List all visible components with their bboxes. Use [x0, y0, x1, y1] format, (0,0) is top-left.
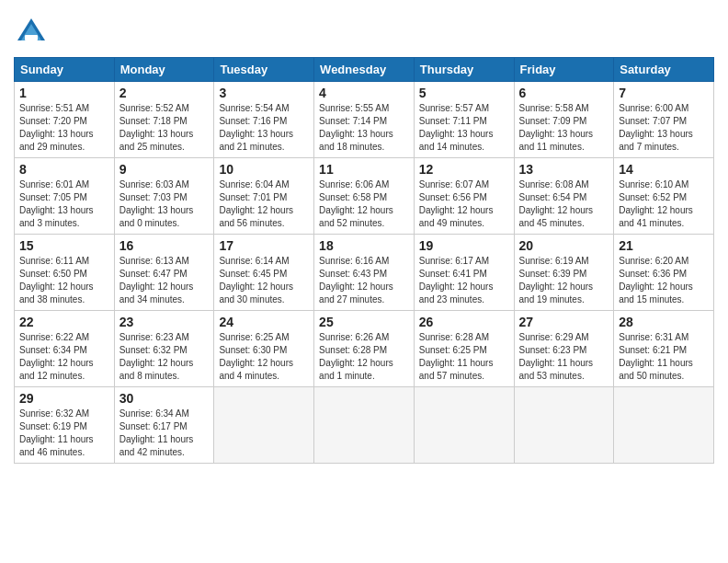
sunrise-label: Sunrise: 6:10 AM: [619, 179, 688, 190]
calendar-cell: 19 Sunrise: 6:17 AM Sunset: 6:41 PM Dayl…: [414, 235, 514, 311]
day-info: Sunrise: 6:25 AM Sunset: 6:30 PM Dayligh…: [219, 331, 309, 383]
daylight-label: Daylight: 12 hours and 19 minutes.: [519, 282, 594, 304]
day-number: 23: [119, 315, 210, 329]
logo: [14, 15, 52, 50]
day-info: Sunrise: 6:07 AM Sunset: 6:56 PM Dayligh…: [419, 178, 509, 230]
calendar-cell: 26 Sunrise: 6:28 AM Sunset: 6:25 PM Dayl…: [414, 311, 514, 387]
daylight-label: Daylight: 13 hours and 18 minutes.: [319, 129, 393, 152]
day-number: 3: [219, 86, 309, 100]
day-info: Sunrise: 6:08 AM Sunset: 6:54 PM Dayligh…: [519, 178, 609, 230]
day-info: Sunrise: 5:55 AM Sunset: 7:14 PM Dayligh…: [319, 102, 409, 154]
day-number: 10: [219, 162, 309, 177]
calendar-cell: 1 Sunrise: 5:51 AM Sunset: 7:20 PM Dayli…: [15, 82, 115, 158]
calendar-cell: [414, 387, 514, 464]
calendar-cell: 2 Sunrise: 5:52 AM Sunset: 7:18 PM Dayli…: [114, 82, 214, 158]
sunset-label: Sunset: 6:58 PM: [319, 192, 387, 202]
sunrise-label: Sunrise: 6:23 AM: [119, 332, 189, 342]
sunset-label: Sunset: 7:07 PM: [619, 116, 687, 126]
sunrise-label: Sunrise: 6:16 AM: [319, 256, 389, 266]
daylight-label: Daylight: 12 hours and 15 minutes.: [619, 282, 693, 304]
sunrise-label: Sunrise: 6:34 AM: [119, 408, 189, 419]
sunrise-label: Sunrise: 6:04 AM: [219, 179, 289, 190]
weekday-header-saturday: Saturday: [614, 58, 714, 82]
calendar-cell: 13 Sunrise: 6:08 AM Sunset: 6:54 PM Dayl…: [514, 158, 614, 235]
calendar-week-row-5: 29 Sunrise: 6:32 AM Sunset: 6:19 PM Dayl…: [15, 387, 714, 464]
calendar-cell: 17 Sunrise: 6:14 AM Sunset: 6:45 PM Dayl…: [214, 235, 314, 311]
sunset-label: Sunset: 6:45 PM: [219, 269, 287, 279]
sunrise-label: Sunrise: 6:29 AM: [519, 332, 589, 342]
day-number: 24: [219, 315, 309, 329]
day-number: 13: [519, 162, 609, 177]
day-info: Sunrise: 6:26 AM Sunset: 6:28 PM Dayligh…: [319, 331, 409, 383]
day-number: 17: [219, 238, 309, 253]
calendar-week-row-2: 8 Sunrise: 6:01 AM Sunset: 7:05 PM Dayli…: [15, 158, 714, 235]
sunset-label: Sunset: 6:23 PM: [519, 345, 587, 355]
sunset-label: Sunset: 6:30 PM: [219, 345, 287, 355]
day-number: 22: [19, 315, 109, 329]
daylight-label: Daylight: 11 hours and 50 minutes.: [619, 358, 693, 381]
sunset-label: Sunset: 6:41 PM: [419, 269, 487, 279]
daylight-label: Daylight: 11 hours and 46 minutes.: [19, 434, 94, 457]
sunset-label: Sunset: 6:28 PM: [319, 345, 387, 355]
day-info: Sunrise: 5:54 AM Sunset: 7:16 PM Dayligh…: [219, 102, 309, 154]
daylight-label: Daylight: 12 hours and 12 minutes.: [19, 358, 94, 381]
calendar-cell: 15 Sunrise: 6:11 AM Sunset: 6:50 PM Dayl…: [15, 235, 115, 311]
calendar-cell: 21 Sunrise: 6:20 AM Sunset: 6:36 PM Dayl…: [614, 235, 714, 311]
sunrise-label: Sunrise: 6:22 AM: [19, 332, 89, 342]
daylight-label: Daylight: 13 hours and 25 minutes.: [119, 129, 194, 152]
day-info: Sunrise: 6:23 AM Sunset: 6:32 PM Dayligh…: [119, 331, 210, 383]
calendar-cell: 14 Sunrise: 6:10 AM Sunset: 6:52 PM Dayl…: [614, 158, 714, 235]
day-info: Sunrise: 5:51 AM Sunset: 7:20 PM Dayligh…: [19, 102, 109, 154]
day-number: 4: [319, 86, 409, 100]
sunrise-label: Sunrise: 6:07 AM: [419, 179, 489, 190]
daylight-label: Daylight: 13 hours and 11 minutes.: [519, 129, 594, 152]
day-number: 14: [619, 162, 709, 177]
sunset-label: Sunset: 6:25 PM: [419, 345, 487, 355]
calendar-week-row-4: 22 Sunrise: 6:22 AM Sunset: 6:34 PM Dayl…: [15, 311, 714, 387]
sunset-label: Sunset: 7:01 PM: [219, 192, 287, 202]
sunrise-label: Sunrise: 6:26 AM: [319, 332, 389, 342]
day-info: Sunrise: 6:13 AM Sunset: 6:47 PM Dayligh…: [119, 255, 210, 306]
day-info: Sunrise: 6:16 AM Sunset: 6:43 PM Dayligh…: [319, 255, 409, 306]
daylight-label: Daylight: 12 hours and 45 minutes.: [519, 205, 594, 228]
day-number: 15: [19, 238, 109, 253]
calendar-cell: [514, 387, 614, 464]
day-info: Sunrise: 6:06 AM Sunset: 6:58 PM Dayligh…: [319, 178, 409, 230]
calendar-cell: [614, 387, 714, 464]
weekday-header-sunday: Sunday: [15, 58, 115, 82]
page: SundayMondayTuesdayWednesdayThursdayFrid…: [0, 0, 728, 477]
day-number: 20: [519, 238, 609, 253]
day-info: Sunrise: 6:28 AM Sunset: 6:25 PM Dayligh…: [419, 331, 509, 383]
day-info: Sunrise: 6:32 AM Sunset: 6:19 PM Dayligh…: [19, 408, 109, 459]
day-info: Sunrise: 6:03 AM Sunset: 7:03 PM Dayligh…: [119, 178, 210, 230]
sunset-label: Sunset: 6:32 PM: [119, 345, 188, 355]
calendar-cell: 8 Sunrise: 6:01 AM Sunset: 7:05 PM Dayli…: [15, 158, 115, 235]
sunset-label: Sunset: 7:16 PM: [219, 116, 287, 126]
day-info: Sunrise: 6:10 AM Sunset: 6:52 PM Dayligh…: [619, 178, 709, 230]
day-info: Sunrise: 6:34 AM Sunset: 6:17 PM Dayligh…: [119, 408, 210, 459]
sunset-label: Sunset: 6:19 PM: [19, 421, 87, 431]
sunset-label: Sunset: 6:21 PM: [619, 345, 687, 355]
day-number: 26: [419, 315, 509, 329]
daylight-label: Daylight: 12 hours and 30 minutes.: [219, 282, 293, 304]
calendar-cell: 23 Sunrise: 6:23 AM Sunset: 6:32 PM Dayl…: [114, 311, 214, 387]
svg-rect-2: [25, 35, 38, 40]
daylight-label: Daylight: 11 hours and 53 minutes.: [519, 358, 594, 381]
calendar-cell: [214, 387, 314, 464]
day-info: Sunrise: 6:31 AM Sunset: 6:21 PM Dayligh…: [619, 331, 709, 383]
sunset-label: Sunset: 7:18 PM: [119, 116, 188, 126]
calendar-cell: 30 Sunrise: 6:34 AM Sunset: 6:17 PM Dayl…: [114, 387, 214, 464]
header: [14, 9, 714, 50]
daylight-label: Daylight: 12 hours and 1 minute.: [319, 358, 393, 381]
sunrise-label: Sunrise: 6:13 AM: [119, 256, 189, 266]
sunset-label: Sunset: 6:50 PM: [19, 269, 87, 279]
calendar-cell: 25 Sunrise: 6:26 AM Sunset: 6:28 PM Dayl…: [314, 311, 415, 387]
daylight-label: Daylight: 13 hours and 14 minutes.: [419, 129, 494, 152]
sunrise-label: Sunrise: 5:54 AM: [219, 103, 289, 113]
sunrise-label: Sunrise: 6:03 AM: [119, 179, 189, 190]
daylight-label: Daylight: 13 hours and 0 minutes.: [119, 205, 194, 228]
calendar-cell: 5 Sunrise: 5:57 AM Sunset: 7:11 PM Dayli…: [414, 82, 514, 158]
sunrise-label: Sunrise: 6:31 AM: [619, 332, 688, 342]
sunrise-label: Sunrise: 5:52 AM: [119, 103, 189, 113]
sunrise-label: Sunrise: 6:14 AM: [219, 256, 289, 266]
